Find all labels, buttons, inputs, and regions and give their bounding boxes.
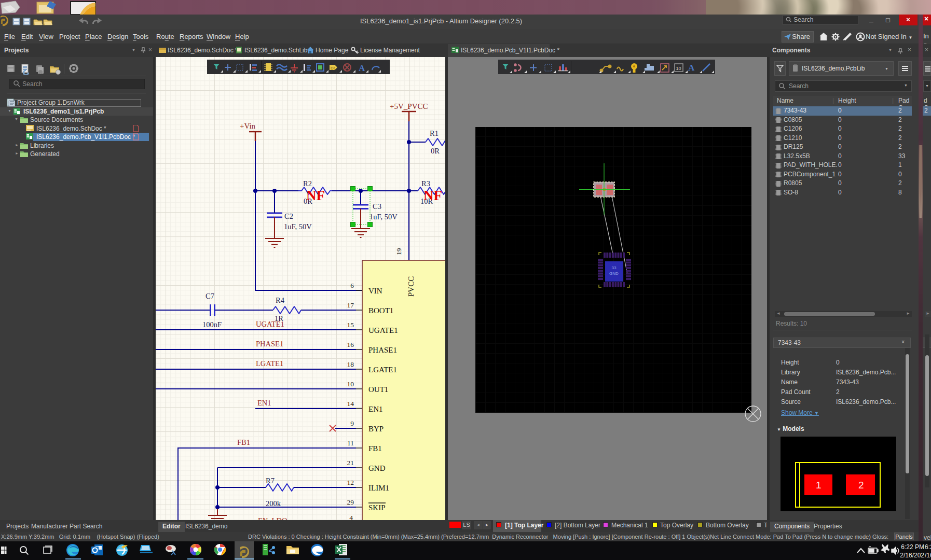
svg-text:16: 16	[347, 341, 354, 348]
svg-text:BOOT1: BOOT1	[368, 306, 393, 315]
svg-text:100nF: 100nF	[202, 320, 222, 329]
svg-text:1R: 1R	[275, 314, 283, 323]
svg-text:NF: NF	[423, 188, 442, 203]
svg-text:6: 6	[350, 282, 354, 289]
svg-text:1: 1	[816, 480, 822, 491]
svg-text:14: 14	[347, 400, 354, 408]
svg-text:PHASE1: PHASE1	[256, 340, 283, 348]
svg-text:R3: R3	[421, 179, 430, 188]
svg-text:19: 19	[395, 248, 403, 255]
svg-text:EN1: EN1	[257, 399, 271, 407]
svg-text:21: 21	[347, 459, 354, 467]
svg-text:200k: 200k	[266, 499, 281, 508]
svg-text:+Vin: +Vin	[240, 122, 256, 130]
svg-text:1uF, 50V: 1uF, 50V	[284, 222, 312, 231]
svg-text:A: A	[359, 63, 365, 73]
svg-text:EN_LDO: EN_LDO	[258, 516, 287, 520]
svg-text:9: 9	[350, 419, 354, 427]
svg-text:EN1: EN1	[368, 405, 383, 413]
svg-text:VIN: VIN	[368, 287, 382, 295]
svg-text:R4: R4	[276, 296, 285, 304]
svg-text:C7: C7	[206, 292, 214, 300]
svg-text:12: 12	[347, 479, 354, 486]
svg-text:C3: C3	[373, 202, 381, 211]
svg-text:FB1: FB1	[368, 444, 382, 453]
svg-text:R2: R2	[303, 179, 312, 188]
svg-text:R1: R1	[430, 129, 439, 137]
svg-text:LGATE1: LGATE1	[256, 359, 283, 368]
svg-text:FB1: FB1	[237, 438, 250, 446]
svg-text:D1: D1	[331, 66, 336, 71]
svg-text:15: 15	[347, 321, 354, 329]
svg-text:2: 2	[858, 480, 864, 491]
svg-text:ILIM1: ILIM1	[368, 484, 389, 492]
svg-text:1uF, 50V: 1uF, 50V	[369, 213, 398, 221]
svg-text:GND: GND	[368, 464, 386, 472]
svg-text:C2: C2	[284, 212, 293, 220]
svg-text:0R: 0R	[431, 147, 440, 155]
svg-text:SKIP: SKIP	[368, 503, 386, 512]
svg-text:BYP: BYP	[368, 425, 384, 433]
svg-text:10: 10	[347, 380, 354, 388]
svg-text:29: 29	[347, 498, 354, 506]
svg-text:10: 10	[676, 66, 681, 71]
svg-text:17: 17	[347, 301, 354, 309]
svg-text:UGATE1: UGATE1	[368, 326, 398, 334]
svg-text:+5V_PVCC: +5V_PVCC	[390, 102, 428, 110]
svg-text:11: 11	[347, 439, 354, 447]
svg-text:NF: NF	[306, 188, 325, 203]
svg-text:R7: R7	[266, 477, 275, 485]
svg-text:OUT1: OUT1	[368, 385, 388, 394]
svg-text:A: A	[688, 63, 695, 73]
svg-text:PVCC: PVCC	[407, 276, 415, 297]
svg-text:GND: GND	[609, 271, 619, 276]
svg-text:4: 4	[349, 514, 353, 520]
svg-text:18: 18	[347, 360, 354, 368]
svg-text:33: 33	[612, 265, 617, 270]
svg-text:LGATE1: LGATE1	[368, 366, 397, 374]
svg-text:PHASE1: PHASE1	[368, 346, 397, 354]
